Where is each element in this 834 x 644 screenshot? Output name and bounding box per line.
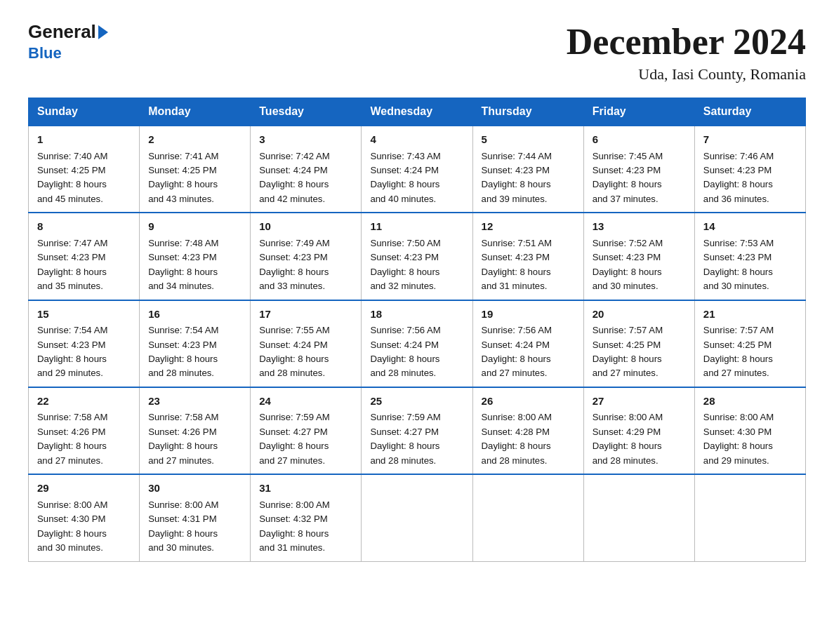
day-number: 15 (37, 307, 131, 323)
calendar-table: Sunday Monday Tuesday Wednesday Thursday… (28, 98, 806, 562)
day-info: Sunrise: 7:46 AMSunset: 4:23 PMDaylight:… (703, 149, 797, 207)
day-number: 8 (37, 219, 131, 235)
table-row: 22Sunrise: 7:58 AMSunset: 4:26 PMDayligh… (29, 387, 140, 474)
day-info: Sunrise: 7:50 AMSunset: 4:23 PMDaylight:… (370, 236, 463, 294)
table-row: 9Sunrise: 7:48 AMSunset: 4:23 PMDaylight… (140, 213, 251, 300)
table-row: 17Sunrise: 7:55 AMSunset: 4:24 PMDayligh… (251, 300, 362, 387)
day-info: Sunrise: 7:59 AMSunset: 4:27 PMDaylight:… (259, 410, 352, 468)
day-info: Sunrise: 8:00 AMSunset: 4:30 PMDaylight:… (37, 498, 131, 556)
table-row: 12Sunrise: 7:51 AMSunset: 4:23 PMDayligh… (472, 213, 583, 300)
calendar-week-row: 1Sunrise: 7:40 AMSunset: 4:25 PMDaylight… (29, 126, 806, 213)
day-info: Sunrise: 7:56 AMSunset: 4:24 PMDaylight:… (482, 323, 575, 381)
logo-arrow-icon (98, 25, 108, 39)
day-number: 5 (482, 132, 575, 148)
table-row (472, 474, 583, 561)
day-number: 25 (370, 394, 463, 410)
day-number: 26 (482, 394, 575, 410)
day-number: 3 (259, 132, 352, 148)
logo-text: General (28, 21, 110, 43)
day-number: 20 (593, 307, 686, 323)
col-tuesday: Tuesday (251, 98, 362, 126)
day-info: Sunrise: 7:53 AMSunset: 4:23 PMDaylight:… (703, 236, 797, 294)
table-row: 19Sunrise: 7:56 AMSunset: 4:24 PMDayligh… (472, 300, 583, 387)
day-info: Sunrise: 7:57 AMSunset: 4:25 PMDaylight:… (593, 323, 686, 381)
col-thursday: Thursday (472, 98, 583, 126)
day-info: Sunrise: 7:52 AMSunset: 4:23 PMDaylight:… (593, 236, 686, 294)
table-row: 4Sunrise: 7:43 AMSunset: 4:24 PMDaylight… (362, 126, 472, 213)
day-info: Sunrise: 7:59 AMSunset: 4:27 PMDaylight:… (370, 410, 463, 468)
day-info: Sunrise: 7:42 AMSunset: 4:24 PMDaylight:… (259, 149, 352, 207)
table-row: 11Sunrise: 7:50 AMSunset: 4:23 PMDayligh… (362, 213, 472, 300)
table-row: 6Sunrise: 7:45 AMSunset: 4:23 PMDaylight… (583, 126, 694, 213)
day-info: Sunrise: 8:00 AMSunset: 4:32 PMDaylight:… (259, 498, 352, 556)
day-number: 18 (370, 307, 463, 323)
col-sunday: Sunday (29, 98, 140, 126)
day-info: Sunrise: 7:41 AMSunset: 4:25 PMDaylight:… (148, 149, 241, 207)
day-info: Sunrise: 7:43 AMSunset: 4:24 PMDaylight:… (370, 149, 463, 207)
table-row: 30Sunrise: 8:00 AMSunset: 4:31 PMDayligh… (140, 474, 251, 561)
table-row: 8Sunrise: 7:47 AMSunset: 4:23 PMDaylight… (29, 213, 140, 300)
table-row (583, 474, 694, 561)
day-number: 30 (148, 481, 241, 497)
table-row: 18Sunrise: 7:56 AMSunset: 4:24 PMDayligh… (362, 300, 472, 387)
day-info: Sunrise: 7:49 AMSunset: 4:23 PMDaylight:… (259, 236, 352, 294)
day-number: 6 (593, 132, 686, 148)
day-info: Sunrise: 7:58 AMSunset: 4:26 PMDaylight:… (148, 410, 241, 468)
day-number: 23 (148, 394, 241, 410)
page-header: General Blue December 2024 Uda, Iasi Cou… (28, 21, 806, 83)
day-number: 1 (37, 132, 131, 148)
table-row: 3Sunrise: 7:42 AMSunset: 4:24 PMDaylight… (251, 126, 362, 213)
calendar-title: December 2024 (567, 21, 806, 62)
day-number: 17 (259, 307, 352, 323)
table-row: 10Sunrise: 7:49 AMSunset: 4:23 PMDayligh… (251, 213, 362, 300)
header-row: Sunday Monday Tuesday Wednesday Thursday… (29, 98, 806, 126)
day-info: Sunrise: 7:51 AMSunset: 4:23 PMDaylight:… (482, 236, 575, 294)
calendar-week-row: 8Sunrise: 7:47 AMSunset: 4:23 PMDaylight… (29, 213, 806, 300)
table-row: 21Sunrise: 7:57 AMSunset: 4:25 PMDayligh… (694, 300, 805, 387)
day-info: Sunrise: 8:00 AMSunset: 4:30 PMDaylight:… (703, 410, 797, 468)
table-row: 27Sunrise: 8:00 AMSunset: 4:29 PMDayligh… (583, 387, 694, 474)
day-number: 4 (370, 132, 463, 148)
table-row: 14Sunrise: 7:53 AMSunset: 4:23 PMDayligh… (694, 213, 805, 300)
logo-blue-text: Blue (28, 44, 62, 62)
table-row: 1Sunrise: 7:40 AMSunset: 4:25 PMDaylight… (29, 126, 140, 213)
day-info: Sunrise: 7:54 AMSunset: 4:23 PMDaylight:… (37, 323, 131, 381)
day-number: 7 (703, 132, 797, 148)
day-info: Sunrise: 7:44 AMSunset: 4:23 PMDaylight:… (482, 149, 575, 207)
table-row: 7Sunrise: 7:46 AMSunset: 4:23 PMDaylight… (694, 126, 805, 213)
day-number: 19 (482, 307, 575, 323)
logo-general-text: General (28, 21, 96, 43)
table-row (362, 474, 472, 561)
day-number: 24 (259, 394, 352, 410)
col-friday: Friday (583, 98, 694, 126)
calendar-week-row: 22Sunrise: 7:58 AMSunset: 4:26 PMDayligh… (29, 387, 806, 474)
col-monday: Monday (140, 98, 251, 126)
day-info: Sunrise: 7:48 AMSunset: 4:23 PMDaylight:… (148, 236, 241, 294)
day-number: 21 (703, 307, 797, 323)
day-info: Sunrise: 7:45 AMSunset: 4:23 PMDaylight:… (593, 149, 686, 207)
day-number: 29 (37, 481, 131, 497)
table-row: 28Sunrise: 8:00 AMSunset: 4:30 PMDayligh… (694, 387, 805, 474)
calendar-subtitle: Uda, Iasi County, Romania (567, 65, 806, 83)
day-number: 13 (593, 219, 686, 235)
table-row (694, 474, 805, 561)
day-info: Sunrise: 8:00 AMSunset: 4:28 PMDaylight:… (482, 410, 575, 468)
title-section: December 2024 Uda, Iasi County, Romania (567, 21, 806, 83)
day-number: 16 (148, 307, 241, 323)
day-number: 31 (259, 481, 352, 497)
day-info: Sunrise: 8:00 AMSunset: 4:29 PMDaylight:… (593, 410, 686, 468)
calendar-week-row: 29Sunrise: 8:00 AMSunset: 4:30 PMDayligh… (29, 474, 806, 561)
day-number: 11 (370, 219, 463, 235)
day-number: 9 (148, 219, 241, 235)
table-row: 20Sunrise: 7:57 AMSunset: 4:25 PMDayligh… (583, 300, 694, 387)
table-row: 23Sunrise: 7:58 AMSunset: 4:26 PMDayligh… (140, 387, 251, 474)
day-number: 22 (37, 394, 131, 410)
day-info: Sunrise: 7:57 AMSunset: 4:25 PMDaylight:… (703, 323, 797, 381)
day-info: Sunrise: 7:56 AMSunset: 4:24 PMDaylight:… (370, 323, 463, 381)
table-row: 25Sunrise: 7:59 AMSunset: 4:27 PMDayligh… (362, 387, 472, 474)
table-row: 16Sunrise: 7:54 AMSunset: 4:23 PMDayligh… (140, 300, 251, 387)
day-number: 28 (703, 394, 797, 410)
day-info: Sunrise: 7:55 AMSunset: 4:24 PMDaylight:… (259, 323, 352, 381)
day-info: Sunrise: 8:00 AMSunset: 4:31 PMDaylight:… (148, 498, 241, 556)
day-number: 12 (482, 219, 575, 235)
